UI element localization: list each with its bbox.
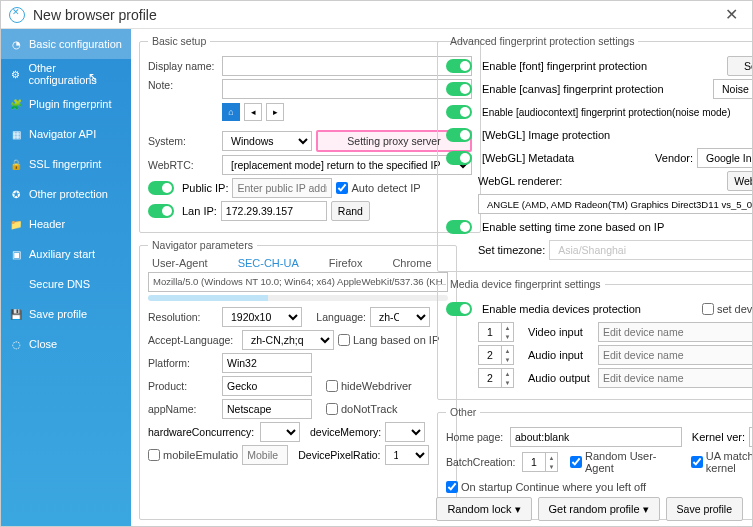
hwconc-label: hardwareConcurrency: [148, 426, 256, 438]
language-select[interactable]: zh-CN [370, 307, 430, 327]
ua-slider[interactable] [148, 295, 448, 301]
audio-label: Enable [audiocontext] fingerprint protec… [482, 107, 752, 118]
canvas-mode-select[interactable]: Noise mode B [713, 79, 752, 99]
platform-input[interactable] [222, 353, 312, 373]
sidebar-icon: ▣ [9, 247, 23, 261]
audio-toggle[interactable] [446, 105, 472, 119]
ua-match-checkbox[interactable]: UA matching kernel [691, 450, 752, 474]
accept-lang-label: Accept-Language: [148, 334, 238, 346]
batch-spinner[interactable]: ▲▼ [522, 452, 558, 472]
next-icon[interactable]: ▸ [266, 103, 284, 121]
app-logo-icon [9, 7, 25, 23]
sidebar-item-9[interactable]: 💾Save profile [1, 299, 131, 329]
resolution-select[interactable]: 1920x1080 [222, 307, 302, 327]
lan-ip-input[interactable] [221, 201, 327, 221]
audio-in-name-input [598, 345, 752, 365]
sidebar-item-3[interactable]: ▦Navigator API [1, 119, 131, 149]
renderer-select[interactable]: ANGLE (AMD, AMD Radeon(TM) Graphics Dire… [478, 194, 752, 214]
save-profile-button[interactable]: Save profile [666, 497, 743, 521]
sidebar-item-6[interactable]: 📁Header [1, 209, 131, 239]
language-label: Language: [306, 311, 366, 323]
lan-ip-toggle[interactable] [148, 204, 174, 218]
webgl-img-label: [WebGL] Image protection [482, 129, 752, 141]
batch-label: BatchCreation: [446, 456, 518, 468]
set-timezone-label: Set timezone: [478, 244, 545, 256]
basic-setup-group: Basic setup Display name: Note: ⌂ ◂ ▸ Sy… [139, 35, 481, 233]
public-ip-label: Public IP: [182, 182, 228, 194]
webgl-img-toggle[interactable] [446, 128, 472, 142]
ua-tab-chrome[interactable]: Chrome [392, 257, 431, 269]
sidebar-item-10[interactable]: ◌Close [1, 329, 131, 359]
sidebar-icon: ◔ [9, 37, 23, 51]
system-label: System: [148, 135, 218, 147]
dpr-label: DevicePixelRatio: [298, 449, 380, 461]
audio-out-count-spinner[interactable]: ▲▼ [478, 368, 514, 388]
webgl-info-button[interactable]: WebGL Info [727, 171, 752, 191]
kernel-select[interactable]: 115 [749, 427, 752, 447]
mobile-emu-checkbox[interactable]: mobileEmulatio [148, 449, 238, 461]
advanced-group: Advanced fingerprint protection settings… [437, 35, 752, 272]
sidebar-item-1[interactable]: ⚙Other configurations [1, 59, 131, 89]
display-name-input[interactable] [222, 56, 472, 76]
sidebar-item-7[interactable]: ▣Auxiliary start [1, 239, 131, 269]
sidebar-label: Auxiliary start [29, 248, 95, 260]
public-ip-input[interactable] [232, 178, 332, 198]
webrtc-select[interactable]: [replacement mode] return to the specifi… [222, 155, 472, 175]
ua-string-input[interactable]: Mozilla/5.0 (Windows NT 10.0; Win64; x64… [148, 272, 448, 292]
devmem-select[interactable]: 8 [385, 422, 425, 442]
product-input[interactable] [222, 376, 312, 396]
lang-based-ip-checkbox[interactable]: Lang based on IP [338, 334, 439, 346]
sidebar-item-8[interactable]: Secure DNS [1, 269, 131, 299]
media-legend: Media device fingerprint settings [446, 278, 605, 290]
timezone-toggle[interactable] [446, 220, 472, 234]
random-ua-checkbox[interactable]: Random User-Agent [570, 450, 681, 474]
kernel-label: Kernel ver: [692, 431, 745, 443]
devmem-label: deviceMemory: [310, 426, 381, 438]
sidebar-label: Close [29, 338, 57, 350]
media-group: Media device fingerprint settings Enable… [437, 278, 752, 400]
font-toggle[interactable] [446, 59, 472, 73]
system-select[interactable]: Windows [222, 131, 312, 151]
donottrack-checkbox[interactable]: doNotTrack [326, 403, 397, 415]
public-ip-toggle[interactable] [148, 181, 174, 195]
audio-in-count-spinner[interactable]: ▲▼ [478, 345, 514, 365]
random-lock-button[interactable]: Random lock ▾ [436, 497, 531, 521]
sidebar-icon: 📁 [9, 217, 23, 231]
hwconc-select[interactable]: 8 [260, 422, 300, 442]
dpr-select[interactable]: 1.0 [385, 445, 429, 465]
canvas-toggle[interactable] [446, 82, 472, 96]
sidebar-item-0[interactable]: ◔Basic configuration [1, 29, 131, 59]
note-input[interactable] [222, 79, 472, 99]
sidebar-icon [9, 277, 23, 291]
prev-icon[interactable]: ◂ [244, 103, 262, 121]
navigator-legend: Navigator parameters [148, 239, 257, 251]
timezone-select[interactable]: Asia/Shanghai [549, 240, 752, 260]
video-count-spinner[interactable]: ▲▼ [478, 322, 514, 342]
video-input-label: Video input [528, 326, 594, 338]
accept-lang-select[interactable]: zh-CN,zh;q=0.9 [242, 330, 334, 350]
sidebar-item-5[interactable]: ✪Other protection [1, 179, 131, 209]
sidebar-label: Save profile [29, 308, 87, 320]
vendor-select[interactable]: Google Inc. (AMD [697, 148, 752, 168]
ua-tab-firefox[interactable]: Firefox [329, 257, 363, 269]
ua-tab-sec[interactable]: SEC-CH-UA [238, 257, 299, 269]
advanced-legend: Advanced fingerprint protection settings [446, 35, 638, 47]
set-device-name-checkbox[interactable]: set device name [702, 303, 752, 315]
appname-input[interactable] [222, 399, 312, 419]
rand-button[interactable]: Rand [331, 201, 370, 221]
get-random-profile-button[interactable]: Get random profile ▾ [538, 497, 660, 521]
homepage-input[interactable] [510, 427, 682, 447]
auto-detect-checkbox[interactable]: Auto detect IP [336, 182, 420, 194]
webgl-meta-toggle[interactable] [446, 151, 472, 165]
set-font-button[interactable]: Set font [727, 56, 752, 76]
home-icon[interactable]: ⌂ [222, 103, 240, 121]
startup-continue-checkbox[interactable]: On startup Continue where you left off [446, 481, 646, 493]
sidebar-item-4[interactable]: 🔒SSL fingerprint [1, 149, 131, 179]
close-icon[interactable]: ✕ [719, 5, 744, 24]
sidebar-icon: ⚙ [9, 67, 22, 81]
hide-webdriver-checkbox[interactable]: hideWebdriver [326, 380, 412, 392]
resolution-label: Resolution: [148, 311, 218, 323]
sidebar-label: SSL fingerprint [29, 158, 101, 170]
sidebar-item-2[interactable]: 🧩Plugin fingerprint [1, 89, 131, 119]
media-toggle[interactable] [446, 302, 472, 316]
